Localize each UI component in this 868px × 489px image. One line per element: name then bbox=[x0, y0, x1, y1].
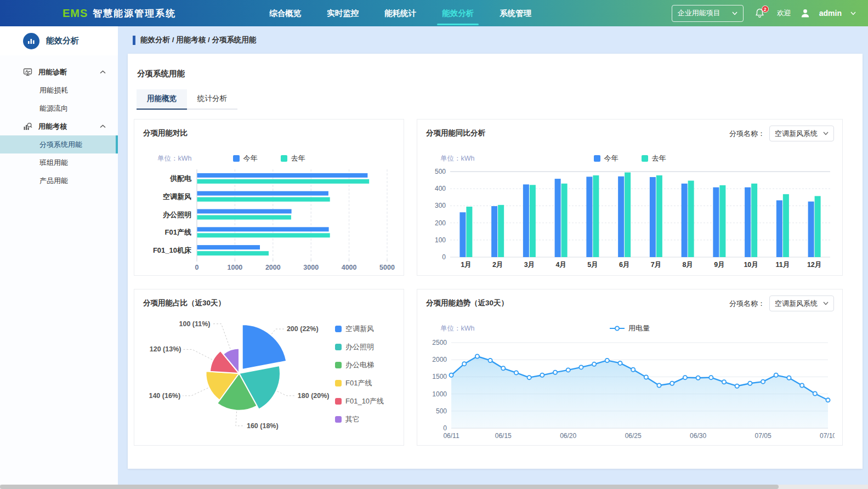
svg-text:2000: 2000 bbox=[432, 356, 447, 363]
pie-chart: 200 (22%)180 (20%)160 (18%)140 (16%)120 … bbox=[143, 310, 335, 437]
legend-this-year[interactable]: 今年 bbox=[233, 153, 258, 163]
nav-item-realtime-monitor[interactable]: 实时监控 bbox=[327, 7, 359, 20]
unit-label: 单位：kWh bbox=[157, 154, 192, 163]
pie-legend-item[interactable]: F01_10产线 bbox=[335, 396, 395, 406]
svg-text:12月: 12月 bbox=[807, 261, 821, 269]
efficiency-analysis-icon bbox=[23, 33, 39, 49]
chart-legend: 用电量 bbox=[610, 323, 650, 333]
svg-text:办公照明: 办公照明 bbox=[162, 211, 191, 219]
main-nav: 综合概览 实时监控 能耗统计 能效分析 系统管理 bbox=[269, 0, 531, 26]
chevron-down-icon bbox=[823, 132, 829, 135]
navbar-right-tools: 企业用能项目 2 欢迎 admin bbox=[672, 5, 856, 22]
svg-text:1月: 1月 bbox=[461, 261, 471, 269]
nav-item-energy-stats[interactable]: 能耗统计 bbox=[384, 7, 416, 20]
legend-label: 去年 bbox=[652, 153, 666, 163]
user-avatar-icon[interactable] bbox=[800, 8, 810, 18]
sidebar-group-label: 用能考核 bbox=[38, 122, 67, 132]
pie-legend-item[interactable]: 空调新风 bbox=[335, 324, 395, 334]
legend-label: 空调新风 bbox=[345, 324, 374, 334]
legend-swatch bbox=[335, 416, 342, 423]
svg-text:2000: 2000 bbox=[265, 264, 281, 271]
tab-energy-overview[interactable]: 用能概览 bbox=[137, 89, 187, 110]
legend-this-year[interactable]: 今年 bbox=[594, 153, 619, 163]
svg-text:2500: 2500 bbox=[432, 339, 447, 346]
notification-bell[interactable]: 2 bbox=[754, 8, 765, 19]
legend-label: 今年 bbox=[243, 153, 258, 163]
chevron-up-icon bbox=[100, 70, 106, 74]
pie-legend-item[interactable]: F01产线 bbox=[335, 378, 395, 388]
svg-text:2月: 2月 bbox=[492, 261, 503, 269]
legend-swatch bbox=[233, 155, 240, 162]
svg-text:06/20: 06/20 bbox=[560, 432, 576, 440]
subitem-select[interactable]: 空调新风系统 bbox=[769, 295, 834, 311]
project-select[interactable]: 企业用能项目 bbox=[672, 5, 744, 22]
chevron-down-icon bbox=[732, 12, 737, 15]
legend-last-year[interactable]: 去年 bbox=[281, 153, 305, 163]
pie-legend: 空调新风办公照明办公电梯F01产线F01_10产线其它 bbox=[335, 310, 395, 437]
sidebar-group-energy-diagnosis[interactable]: 用能诊断 bbox=[0, 63, 118, 81]
legend-last-year[interactable]: 去年 bbox=[642, 153, 666, 163]
app-logo: EMS 智慧能源管理系统 bbox=[63, 7, 176, 20]
tab-statistical-analysis[interactable]: 统计分析 bbox=[187, 89, 237, 110]
pie-legend-item[interactable]: 其它 bbox=[335, 414, 395, 424]
legend-label: F01_10产线 bbox=[345, 396, 384, 406]
svg-text:100 (11%): 100 (11%) bbox=[179, 320, 210, 328]
vbar-chart: 01002003004005001月2月3月4月5月6月7月8月9月10月11月… bbox=[426, 167, 833, 274]
svg-text:1500: 1500 bbox=[432, 373, 447, 380]
horizontal-scrollbar[interactable] bbox=[0, 485, 868, 489]
sidebar-group-energy-assessment[interactable]: 用能考核 bbox=[0, 117, 118, 135]
legend-label: 办公电梯 bbox=[345, 360, 374, 370]
monitor-icon bbox=[23, 68, 32, 76]
svg-text:F01产线: F01产线 bbox=[165, 228, 191, 236]
select-label: 分项名称： bbox=[729, 129, 765, 139]
chart-legend: 今年 去年 bbox=[233, 153, 305, 163]
welcome-text: 欢迎 bbox=[777, 8, 791, 18]
legend-label: 用电量 bbox=[628, 323, 650, 333]
pie-legend-item[interactable]: 办公照明 bbox=[335, 342, 395, 352]
nav-item-system-management[interactable]: 系统管理 bbox=[500, 7, 531, 20]
sidebar-item-product-energy[interactable]: 产品用能 bbox=[0, 172, 118, 190]
nav-item-efficiency-analysis[interactable]: 能效分析 bbox=[442, 7, 474, 20]
svg-text:1000: 1000 bbox=[432, 390, 447, 398]
svg-text:0: 0 bbox=[443, 424, 447, 432]
unit-label: 单位：kWh bbox=[440, 154, 475, 163]
svg-text:1000: 1000 bbox=[227, 264, 242, 271]
logo-text: EMS bbox=[63, 7, 88, 20]
pie-legend-item[interactable]: 办公电梯 bbox=[335, 360, 395, 370]
breadcrumb-accent-bar bbox=[133, 36, 135, 45]
sidebar-item-energy-flow[interactable]: 能源流向 bbox=[0, 99, 118, 117]
svg-text:06/15: 06/15 bbox=[495, 432, 512, 440]
sidebar-item-team-energy[interactable]: 班组用能 bbox=[0, 153, 118, 172]
svg-text:500: 500 bbox=[436, 407, 447, 415]
line-legend-marker-icon bbox=[610, 326, 625, 331]
svg-text:06/30: 06/30 bbox=[690, 432, 706, 440]
svg-text:06/25: 06/25 bbox=[625, 432, 642, 440]
panel-title: 分项用能占比（近30天） bbox=[143, 298, 395, 308]
chart-meta: 单位：kWh 用电量 bbox=[426, 323, 833, 334]
username[interactable]: admin bbox=[819, 9, 842, 18]
svg-text:300: 300 bbox=[435, 202, 446, 209]
hbar-chart: 010002000300040005000供配电空调新风办公照明F01产线F01… bbox=[143, 167, 395, 277]
page-title: 分项系统用能 bbox=[128, 54, 863, 79]
legend-label: 办公照明 bbox=[345, 342, 374, 352]
svg-text:5月: 5月 bbox=[587, 261, 598, 269]
svg-text:200 (22%): 200 (22%) bbox=[287, 325, 319, 333]
svg-text:200: 200 bbox=[435, 219, 446, 227]
panel-yoy-analysis: 分项用能同比分析 分项名称： 空调新风系统 单位：kWh bbox=[417, 119, 843, 276]
legend-electricity[interactable]: 用电量 bbox=[610, 323, 650, 333]
svg-text:6月: 6月 bbox=[619, 261, 629, 269]
user-menu-chevron-icon[interactable] bbox=[850, 12, 856, 15]
horizontal-scrollbar-thumb[interactable] bbox=[0, 485, 779, 489]
svg-text:06/11: 06/11 bbox=[443, 432, 459, 440]
nav-item-overview[interactable]: 综合概览 bbox=[269, 7, 301, 20]
svg-text:3月: 3月 bbox=[524, 261, 535, 269]
chevron-up-icon bbox=[100, 124, 106, 128]
svg-text:3000: 3000 bbox=[303, 264, 319, 271]
legend-swatch bbox=[281, 155, 287, 162]
sidebar-title: 能效分析 bbox=[46, 36, 79, 46]
sidebar-item-subsystem-energy[interactable]: 分项系统用能 bbox=[0, 135, 118, 153]
svg-text:500: 500 bbox=[435, 168, 446, 175]
sidebar-item-energy-loss[interactable]: 用能损耗 bbox=[0, 81, 118, 99]
svg-text:07/05: 07/05 bbox=[755, 432, 771, 440]
subitem-select[interactable]: 空调新风系统 bbox=[769, 126, 834, 141]
